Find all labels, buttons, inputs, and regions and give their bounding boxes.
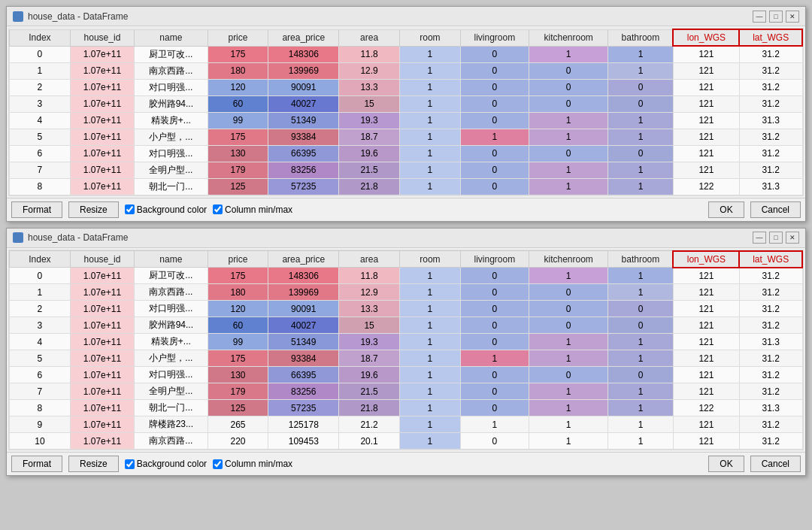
cell-livingroom: 0 <box>460 79 529 95</box>
col-header-name[interactable]: name <box>135 29 208 46</box>
cell-bathroom: 1 <box>608 334 673 350</box>
data-table: Indexhouse_idnamepricearea_pricearearoom… <box>9 29 803 195</box>
cell-name: 对口明强... <box>135 145 208 162</box>
bottom-bar: Format Resize Background color Column mi… <box>7 198 805 221</box>
cell-area: 13.3 <box>339 301 400 317</box>
table-container[interactable]: Indexhouse_idnamepricearea_pricearearoom… <box>8 250 804 451</box>
cell-livingroom: 0 <box>460 383 529 400</box>
cell-kitchenroom: 1 <box>529 383 608 400</box>
cell-room: 1 <box>400 433 461 450</box>
cell-lon_WGS: 121 <box>673 129 739 145</box>
cell-house_id: 1.07e+11 <box>70 178 134 195</box>
cell-bathroom: 1 <box>608 400 673 416</box>
col-header-house_id[interactable]: house_id <box>70 251 134 268</box>
table-row: 01.07e+11厨卫可改...17514830611.8101112131.2 <box>10 46 803 62</box>
cell-bathroom: 1 <box>608 433 673 450</box>
col-header-price[interactable]: price <box>208 251 268 268</box>
col-header-kitchenroom[interactable]: kitchenroom <box>529 251 608 268</box>
maximize-button[interactable]: □ <box>769 232 783 244</box>
close-button[interactable]: ✕ <box>786 232 799 244</box>
col-minmax-label[interactable]: Column min/max <box>213 204 292 215</box>
cell-Index: 3 <box>10 317 71 334</box>
cell-kitchenroom: 1 <box>529 433 608 450</box>
col-header-Index[interactable]: Index <box>10 251 71 268</box>
col-header-lat_WGS[interactable]: lat_WGS <box>739 29 802 46</box>
col-header-area[interactable]: area <box>339 29 400 46</box>
cell-lon_WGS: 121 <box>673 162 739 178</box>
cell-bathroom: 0 <box>608 317 673 334</box>
col-header-bathroom[interactable]: bathroom <box>608 251 673 268</box>
col-header-Index[interactable]: Index <box>10 29 71 46</box>
table-row: 81.07e+11朝北一门...1255723521.8101112231.3 <box>10 178 803 195</box>
cell-lon_WGS: 121 <box>673 350 739 367</box>
col-header-area_price[interactable]: area_price <box>268 251 339 268</box>
cancel-button[interactable]: Cancel <box>750 201 801 218</box>
cell-area_price: 57235 <box>268 178 339 195</box>
col-header-lon_WGS[interactable]: lon_WGS <box>673 251 739 268</box>
cell-lat_WGS: 31.2 <box>739 46 802 62</box>
close-button[interactable]: ✕ <box>786 11 799 23</box>
cell-room: 1 <box>400 178 461 195</box>
bg-color-label[interactable]: Background color <box>125 459 207 469</box>
cell-house_id: 1.07e+11 <box>70 284 134 301</box>
cell-kitchenroom: 1 <box>529 46 608 62</box>
col-minmax-checkbox[interactable] <box>213 459 223 469</box>
resize-button[interactable]: Resize <box>68 456 119 472</box>
cell-kitchenroom: 0 <box>529 79 608 95</box>
format-button[interactable]: Format <box>11 456 62 472</box>
col-minmax-label[interactable]: Column min/max <box>213 459 292 469</box>
format-button[interactable]: Format <box>11 201 62 218</box>
col-minmax-checkbox[interactable] <box>213 204 223 214</box>
col-header-livingroom[interactable]: livingroom <box>460 251 529 268</box>
bg-color-checkbox[interactable] <box>125 204 135 214</box>
col-header-room[interactable]: room <box>400 251 461 268</box>
cell-area: 11.8 <box>339 46 400 62</box>
col-header-price[interactable]: price <box>208 29 268 46</box>
bg-color-label[interactable]: Background color <box>125 204 207 215</box>
cell-area_price: 66395 <box>268 145 339 162</box>
col-header-area_price[interactable]: area_price <box>268 29 339 46</box>
ok-button[interactable]: OK <box>708 456 744 472</box>
table-row: 101.07e+11南京西路...22010945320.1101112131.… <box>10 433 803 450</box>
cell-lat_WGS: 31.3 <box>739 334 802 350</box>
maximize-button[interactable]: □ <box>769 11 783 23</box>
ok-button[interactable]: OK <box>708 201 744 218</box>
col-header-house_id[interactable]: house_id <box>70 29 134 46</box>
cell-lon_WGS: 121 <box>673 95 739 112</box>
cell-Index: 10 <box>10 433 71 450</box>
cell-kitchenroom: 0 <box>529 367 608 383</box>
cell-livingroom: 1 <box>460 129 529 145</box>
col-header-name[interactable]: name <box>135 251 208 268</box>
cell-area: 18.7 <box>339 129 400 145</box>
table-container[interactable]: Indexhouse_idnamepricearea_pricearearoom… <box>8 28 804 196</box>
cell-livingroom: 0 <box>460 178 529 195</box>
col-header-lat_WGS[interactable]: lat_WGS <box>739 251 802 268</box>
minimize-button[interactable]: — <box>753 11 766 23</box>
col-header-room[interactable]: room <box>400 29 461 46</box>
cell-lon_WGS: 121 <box>673 46 739 62</box>
cell-kitchenroom: 1 <box>529 129 608 145</box>
col-header-lon_WGS[interactable]: lon_WGS <box>673 29 739 46</box>
cell-bathroom: 1 <box>608 46 673 62</box>
col-header-bathroom[interactable]: bathroom <box>608 29 673 46</box>
cell-area_price: 148306 <box>268 268 339 284</box>
resize-button[interactable]: Resize <box>68 201 119 218</box>
cell-price: 175 <box>208 350 268 367</box>
cell-house_id: 1.07e+11 <box>70 46 134 62</box>
cell-livingroom: 0 <box>460 145 529 162</box>
cell-area: 15 <box>339 95 400 112</box>
bg-color-checkbox[interactable] <box>125 459 135 469</box>
cell-lon_WGS: 122 <box>673 178 739 195</box>
minimize-button[interactable]: — <box>753 232 766 244</box>
cell-livingroom: 0 <box>460 112 529 129</box>
window-icon <box>13 232 23 243</box>
col-header-livingroom[interactable]: livingroom <box>460 29 529 46</box>
cell-name: 全明户型... <box>135 383 208 400</box>
cell-house_id: 1.07e+11 <box>70 367 134 383</box>
cell-livingroom: 0 <box>460 46 529 62</box>
col-header-area[interactable]: area <box>339 251 400 268</box>
cell-lon_WGS: 122 <box>673 400 739 416</box>
col-header-kitchenroom[interactable]: kitchenroom <box>529 29 608 46</box>
table-row: 11.07e+11南京西路...18013996912.9100112131.2 <box>10 62 803 79</box>
cancel-button[interactable]: Cancel <box>750 456 801 472</box>
